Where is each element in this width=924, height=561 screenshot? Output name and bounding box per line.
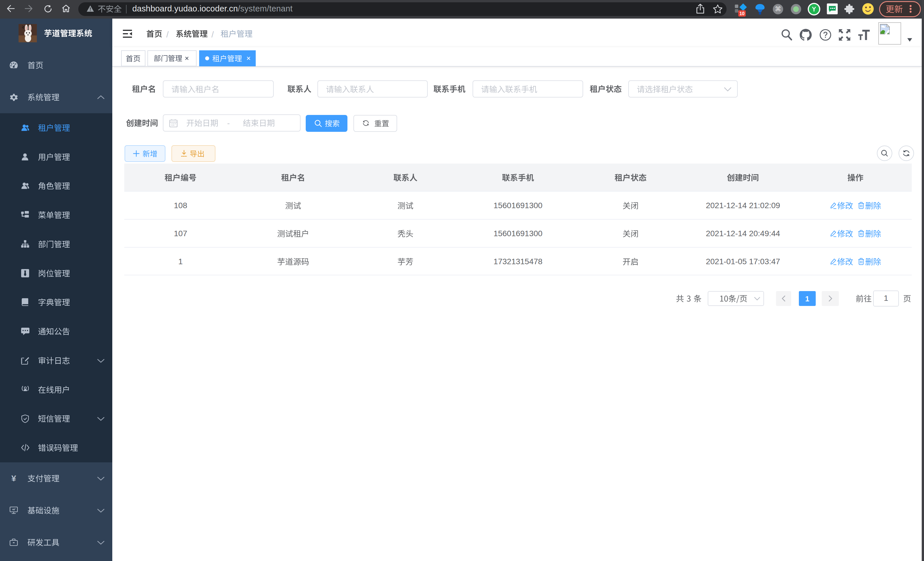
svg-text:10: 10 xyxy=(740,11,745,16)
svg-text:⌘: ⌘ xyxy=(775,5,781,13)
svg-text:¥: ¥ xyxy=(11,474,16,483)
